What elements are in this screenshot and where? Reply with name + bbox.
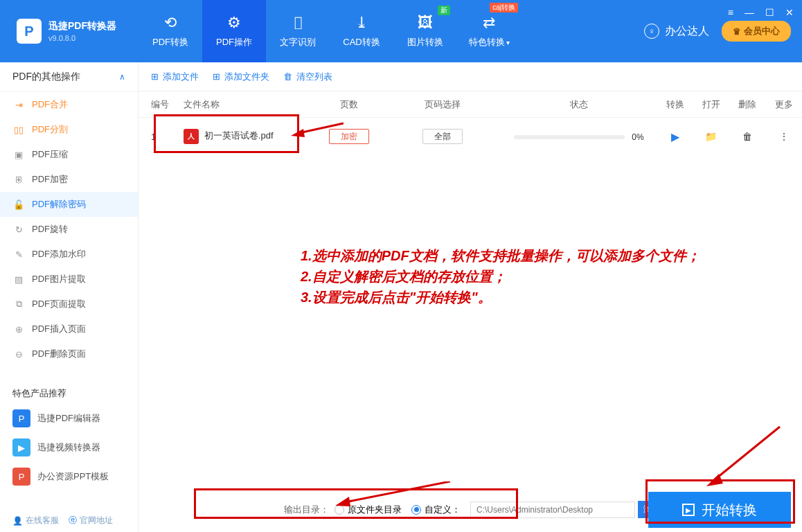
clear-list-button[interactable]: 🗑清空列表 [283,71,332,83]
tab-image[interactable]: 新🖼图片转换 [393,0,457,62]
image-extract-icon: ▨ [12,274,25,285]
sidebar-item-merge[interactable]: ⇥PDF合并 [0,92,138,117]
close-icon[interactable]: ✕ [785,7,794,18]
convert-icon: ⟲ [164,14,177,32]
person-icon: 👤 [12,516,23,526]
row-more: ⋮ [766,131,802,142]
sidebar-section-header[interactable]: PDF的其他操作 ∧ [0,62,138,92]
app-title: 迅捷PDF转换器 [48,20,116,33]
unlock-icon: 🔓 [12,200,25,210]
customer-service-link[interactable]: 👤在线客服 [12,515,59,526]
merge-icon: ⇥ [12,100,25,110]
sidebar-item-decrypt[interactable]: 🔓PDF解除密码 [0,192,138,217]
menu-icon[interactable]: ≡ [728,7,733,18]
shield-icon: ⛨ [12,175,25,185]
sidebar-item-insert-page[interactable]: ⊕PDF插入页面 [0,317,138,342]
row-status: 0% [501,132,657,142]
add-folder-button[interactable]: ⊞添加文件夹 [213,71,269,83]
row-delete: 🗑 [729,131,765,142]
bottom-links: 👤在线客服 ⓔ官网地址 [12,515,113,526]
output-label: 输出目录： [284,504,329,516]
row-pages: 加密 [313,131,384,143]
row-num: 1 [151,132,184,142]
sidebar-item-extract-page[interactable]: ⧉PDF页面提取 [0,292,138,317]
radio-icon [335,505,344,515]
product-video[interactable]: ▶迅捷视频转换器 [0,433,138,462]
start-convert-button[interactable]: ▶开始转换 [648,492,791,528]
app-version: v9.0.8.0 [48,34,116,42]
sidebar-item-split[interactable]: ▯▯PDF分割 [0,117,138,142]
folder-icon[interactable]: 📁 [705,131,717,142]
maximize-icon[interactable]: ☐ [765,7,774,18]
user-block[interactable]: ♀ 办公达人 [644,24,709,39]
col-name: 文件名称 [184,98,313,111]
sidebar-item-delete-page[interactable]: ⊖PDF删除页面 [0,342,138,366]
minimize-icon[interactable]: — [745,7,754,18]
cad-icon: ⤓ [355,14,368,32]
col-convert: 转换 [657,98,693,111]
table-header: 编号 文件名称 页数 页码选择 状态 转换 打开 删除 更多 [139,91,802,118]
col-pages: 页数 [313,98,384,111]
official-site-link[interactable]: ⓔ官网地址 [69,515,113,526]
avatar-icon: ♀ [644,24,659,39]
progress-text: 0% [632,132,643,142]
delete-icon[interactable]: 🗑 [742,131,752,142]
tab-pdf-convert[interactable]: ⟲PDF转换 [139,0,202,62]
pdf-editor-icon: P [12,409,30,427]
product-pdf-editor[interactable]: P迅捷PDF编辑器 [0,404,138,433]
page-insert-icon: ⊕ [12,324,25,335]
rotate-icon: ↻ [12,224,25,235]
col-select: 页码选择 [384,98,501,111]
chevron-up-icon: ∧ [119,72,125,82]
recommend-title: 特色产品推荐 [0,380,138,404]
encrypted-badge[interactable]: 加密 [329,129,369,144]
plus-folder-icon: ⊞ [213,71,220,82]
col-open: 打开 [693,98,729,111]
vip-button[interactable]: ♛会员中心 [722,21,791,42]
tab-special[interactable]: caj转换⇄特色转换▾ [457,0,521,62]
row-name: 人初一英语试卷.pdf [184,129,313,144]
radio-custom-folder[interactable]: 自定义： [411,504,461,516]
output-path-input[interactable] [470,502,635,518]
window-controls: ≡ — ☐ ✕ [728,7,794,18]
sidebar-item-rotate[interactable]: ↻PDF旋转 [0,217,138,242]
app-logo-icon: P [17,19,42,44]
chevron-down-icon: ▾ [506,39,510,46]
sidebar-item-encrypt[interactable]: ⛨PDF加密 [0,167,138,192]
sidebar: PDF的其他操作 ∧ ⇥PDF合并 ▯▯PDF分割 ▣PDF压缩 ⛨PDF加密 … [0,62,139,532]
page-select-button[interactable]: 全部 [422,129,463,144]
radio-original-folder[interactable]: 原文件夹目录 [335,504,402,516]
compress-icon: ▣ [12,150,25,160]
file-toolbar: ⊞添加文件 ⊞添加文件夹 🗑清空列表 [139,62,802,91]
add-file-button[interactable]: ⊞添加文件 [151,71,199,83]
play-icon[interactable]: ▶ [671,131,679,143]
image-icon: 🖼 [418,14,433,32]
output-bar: 输出目录： 原文件夹目录 自定义： 浏览 打开文件目录 ▶开始转换 [284,501,791,518]
progress-bar [514,135,625,139]
app-logo-block: P 迅捷PDF转换器 v9.0.8.0 [0,19,139,44]
tab-pdf-operate[interactable]: ⚙PDF操作 [202,0,266,62]
row-open: 📁 [693,131,729,142]
start-play-icon: ▶ [682,504,695,516]
sidebar-item-compress[interactable]: ▣PDF压缩 [0,142,138,167]
globe-icon: ⓔ [69,515,77,526]
special-icon: ⇄ [483,14,495,32]
nav-tabs: ⟲PDF转换 ⚙PDF操作 ⌷文字识别 ⤓CAD转换 新🖼图片转换 caj转换⇄… [139,0,521,62]
user-name: 办公达人 [665,24,709,39]
col-status: 状态 [501,98,657,111]
tab-ocr[interactable]: ⌷文字识别 [266,0,330,62]
table-row[interactable]: 1 人初一英语试卷.pdf 加密 全部 0% ▶ 📁 🗑 ⋮ [139,118,802,155]
sidebar-item-watermark[interactable]: ✎PDF添加水印 [0,242,138,267]
app-header: P 迅捷PDF转换器 v9.0.8.0 ⟲PDF转换 ⚙PDF操作 ⌷文字识别 … [0,0,802,62]
new-badge: 新 [438,6,450,15]
radio-checked-icon [411,505,421,515]
pdf-file-icon: 人 [184,129,199,144]
ppt-icon: P [12,468,30,486]
more-icon[interactable]: ⋮ [779,131,789,142]
caj-badge: caj转换 [490,3,518,12]
row-select: 全部 [384,131,501,143]
sidebar-item-extract-img[interactable]: ▨PDF图片提取 [0,267,138,292]
tab-cad[interactable]: ⤓CAD转换 [330,0,393,62]
page-extract-icon: ⧉ [12,299,25,310]
product-ppt[interactable]: P办公资源PPT模板 [0,462,138,491]
